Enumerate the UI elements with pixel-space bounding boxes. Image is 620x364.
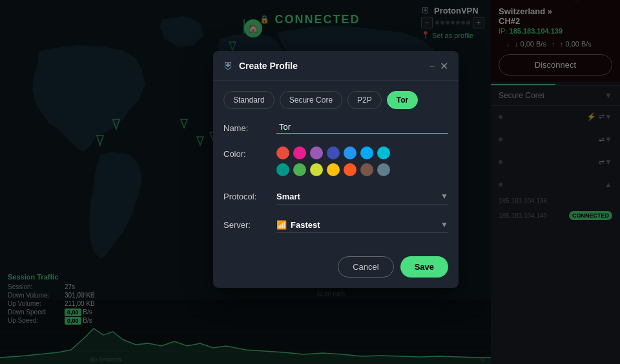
server-label: Server: xyxy=(223,217,269,230)
modal-footer: Cancel Save xyxy=(213,246,459,288)
color-swatch-yellow[interactable] xyxy=(327,163,340,176)
type-tor-btn[interactable]: Tor xyxy=(387,91,418,109)
name-row: Name: xyxy=(213,114,459,140)
color-swatch-red[interactable] xyxy=(276,147,289,159)
color-swatch-cyan[interactable] xyxy=(377,147,390,159)
color-swatch-purple[interactable] xyxy=(310,147,323,159)
color-label: Color: xyxy=(223,147,269,159)
modal-title: Create Profile xyxy=(239,61,298,71)
color-swatch-orange[interactable] xyxy=(344,163,356,176)
cancel-button[interactable]: Cancel xyxy=(338,256,393,278)
color-swatches-container xyxy=(276,147,448,176)
server-select[interactable]: 📶 Fastest ▼ xyxy=(276,217,448,233)
color-swatch-green[interactable] xyxy=(293,163,306,176)
modal-header: ⛨ Create Profile − ✕ xyxy=(213,51,459,81)
server-value: 📶 Fastest xyxy=(276,220,440,230)
name-field-container xyxy=(276,121,448,134)
protocol-chevron-icon: ▼ xyxy=(440,192,448,201)
modal-title-area: ⛨ Create Profile xyxy=(223,60,298,72)
name-input[interactable] xyxy=(276,121,448,134)
protocol-select[interactable]: Smart ▼ xyxy=(276,189,448,205)
modal-close-button[interactable]: ✕ xyxy=(440,60,448,72)
protocol-row: Protocol: Smart ▼ xyxy=(213,183,459,211)
protocol-select-container: Smart ▼ xyxy=(276,189,448,205)
color-swatch-teal[interactable] xyxy=(276,163,289,176)
server-chevron-icon: ▼ xyxy=(440,220,448,229)
type-p2p-btn[interactable]: P2P xyxy=(347,91,382,109)
color-swatches xyxy=(276,147,406,176)
color-swatch-dark-blue[interactable] xyxy=(327,147,340,159)
modal-overlay: ⛨ Create Profile − ✕ Standard Secure Cor… xyxy=(0,0,620,364)
color-swatch-blue[interactable] xyxy=(344,147,356,159)
save-button[interactable]: Save xyxy=(400,256,448,278)
name-label: Name: xyxy=(223,121,269,133)
color-swatch-lime[interactable] xyxy=(310,163,323,176)
signal-icon: 📶 xyxy=(276,220,287,230)
profile-types: Standard Secure Core P2P Tor xyxy=(213,81,459,114)
protocol-value: Smart xyxy=(276,192,440,201)
server-row: Server: 📶 Fastest ▼ xyxy=(213,211,459,239)
protocol-label: Protocol: xyxy=(223,189,269,201)
color-swatch-pink[interactable] xyxy=(293,147,306,159)
color-swatch-light-blue[interactable] xyxy=(360,147,373,159)
color-swatch-grey[interactable] xyxy=(377,163,390,176)
type-standard-btn[interactable]: Standard xyxy=(223,91,274,109)
create-profile-modal: ⛨ Create Profile − ✕ Standard Secure Cor… xyxy=(213,51,459,288)
color-swatch-brown[interactable] xyxy=(360,163,373,176)
type-secure-core-btn[interactable]: Secure Core xyxy=(280,91,342,109)
color-row: Color: xyxy=(213,140,459,183)
modal-proton-icon: ⛨ xyxy=(223,60,234,72)
server-select-container: 📶 Fastest ▼ xyxy=(276,217,448,233)
modal-minimize-button[interactable]: − xyxy=(429,61,435,71)
